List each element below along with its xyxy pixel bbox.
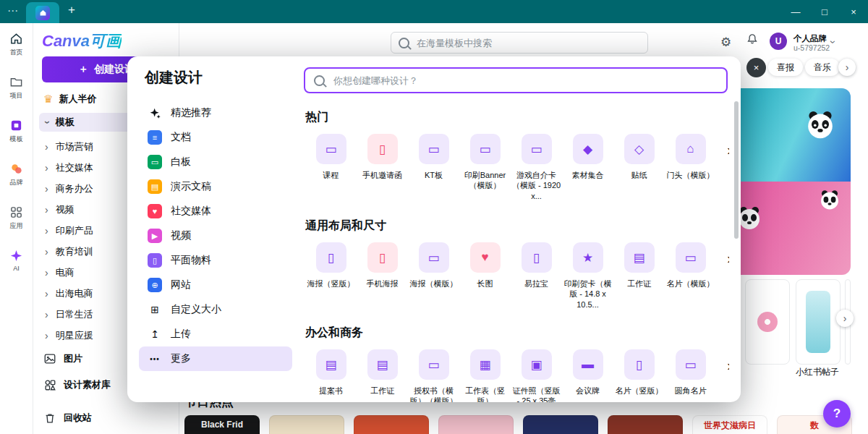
design-type-item[interactable]: ▭课程 [305,134,357,201]
menu-label: 文档 [171,131,191,144]
canva-logo[interactable]: Canva可画 [42,30,122,52]
chevron-right-icon: › [45,247,48,257]
design-type-icon: ▭ [316,134,346,164]
overflow-menu-icon[interactable]: ⋯ [7,4,19,17]
tag-button-music[interactable]: 音乐 [805,59,840,76]
modal-menu-upload[interactable]: ↥ 上传 [139,322,292,346]
modal-menu-social-media[interactable]: ♥ 社交媒体 [139,199,292,224]
menu-label: 视频 [171,229,191,242]
design-type-item[interactable]: ▭KT板 [408,134,459,201]
modal-menu-video[interactable]: ▶ 视频 [139,224,292,248]
ai-sparkle-icon [9,249,23,263]
promo-half-price[interactable]: ♛ 新人半价 [43,93,96,106]
design-type-item[interactable]: ▭印刷Banner（横版） [459,134,511,201]
design-type-item[interactable]: ▯手机海报 [357,242,408,310]
design-type-icon: ★ [573,242,603,273]
modal-menu-print-materials[interactable]: ▯ 平面物料 [139,248,292,273]
design-type-item[interactable]: ♥长图 [459,242,511,310]
design-type-item[interactable]: ★印刷贺卡（横版 - 14.8 x 10.5... [562,242,613,310]
notifications-bell-icon[interactable] [746,33,759,49]
chevron-right-icon: › [45,184,48,194]
design-type-item[interactable]: ▭名片（横版） [665,242,716,310]
new-tab-button[interactable]: + [68,3,75,17]
user-avatar[interactable]: U [770,33,787,50]
help-button[interactable]: ? [823,400,851,427]
modal-menu-custom-size[interactable]: ⊞ 自定义大小 [139,297,292,322]
chevron-right-icon: › [45,226,48,236]
sidebar-item-trash[interactable]: 回收站 [33,407,179,430]
design-type-search-input[interactable] [332,75,718,87]
design-type-item[interactable]: ▣证件照（竖版 - 25 x 35毫米） [511,349,562,402]
brand-icon [9,162,23,176]
template-search-input[interactable] [415,37,640,49]
design-type-item[interactable]: ◇贴纸 [613,134,665,201]
design-type-item[interactable]: ▤工作证 [357,349,408,402]
rail-label: 模板 [10,135,23,144]
maximize-button[interactable]: □ [810,0,839,23]
modal-menu-presentation[interactable]: ▤ 演示文稿 [139,174,292,199]
close-window-button[interactable]: × [839,0,868,23]
design-type-icon: ▦ [470,349,501,380]
modal-menu-more[interactable]: ••• 更多 [139,346,292,371]
design-type-item[interactable]: ▭海报（横版） [408,242,459,310]
template-thumbnail[interactable]: 世界艾滋病日 [692,415,767,434]
scroll-right-button[interactable]: › [836,310,854,327]
design-type-label: 印刷Banner（横版） [461,170,510,191]
settings-gear-icon[interactable]: ⚙ [720,35,731,50]
modal-menu-whiteboard[interactable]: ▭ 白板 [139,150,292,174]
design-type-item[interactable]: ▭授权书（横版）（横版） [408,349,459,402]
modal-scrollbar-thumb[interactable] [734,101,739,239]
rail-item-projects[interactable]: 项目 [0,75,33,119]
scroll-right-button[interactable]: › [838,59,856,76]
home-tab[interactable] [26,2,59,23]
account-chevron-icon[interactable]: › [828,41,838,44]
rail-item-home[interactable]: 首页 [0,32,33,75]
promo-banner[interactable] [725,88,851,275]
design-type-icon: ▤ [624,242,655,273]
modal-close-button[interactable]: × [746,58,766,77]
chevron-right-icon: › [45,289,48,299]
trash-icon [43,412,56,425]
design-type-item[interactable]: ▯名片（竖版） [613,349,665,402]
modal-menu-website[interactable]: ⊕ 网站 [139,273,292,297]
minimize-button[interactable]: — [781,0,810,23]
template-thumbnail[interactable] [523,415,598,434]
design-type-item[interactable]: ◆素材集合 [562,134,613,201]
design-type-item[interactable]: ▭游戏自介卡（横版 - 1920 x... [511,134,562,201]
modal-menu-featured[interactable]: 精选推荐 [139,101,292,125]
design-type-item[interactable]: ▤提案书 [305,349,357,402]
modal-menu-docs[interactable]: ≡ 文档 [139,125,292,150]
scroll-right-icon[interactable]: › [727,357,729,374]
account-name[interactable]: 个人品牌 [793,33,827,44]
menu-label: 平面物料 [171,254,211,267]
design-type-item[interactable]: ⌂门头（横版） [665,134,716,201]
template-card-flower[interactable] [745,279,790,365]
design-type-item[interactable]: ▦工作表（竖版） [459,349,511,402]
crown-icon: ♛ [43,93,53,106]
design-type-label: 海报（竖版） [307,278,356,289]
template-thumbnail[interactable] [438,415,514,434]
template-card-phone[interactable] [796,279,841,365]
design-type-item[interactable]: ▬会议牌 [562,349,613,402]
template-thumbnail[interactable] [354,415,429,434]
design-type-item[interactable]: ▭圆角名片 [665,349,716,402]
design-type-item[interactable]: ▯海报（竖版） [305,242,357,310]
design-type-icon: ▤ [316,349,346,380]
design-type-item[interactable]: ▤工作证 [613,242,665,310]
scroll-right-icon[interactable]: › [727,250,729,267]
design-type-item[interactable]: ▯易拉宝 [511,242,562,310]
chevron-right-icon: › [45,310,48,320]
design-type-icon: ◆ [573,134,603,164]
rail-item-apps[interactable]: 应用 [0,205,33,249]
category-label: 明星应援 [56,329,93,342]
rail-item-brand[interactable]: 品牌 [0,162,33,205]
scroll-right-icon[interactable]: › [727,142,729,158]
rail-item-ai[interactable]: AI [0,249,33,292]
template-thumbnail[interactable] [269,415,344,434]
rail-item-templates[interactable]: 模板 [0,119,33,162]
template-thumbnail[interactable]: Black Frid [184,415,260,434]
design-type-label: 易拉宝 [512,278,561,289]
tag-button-good-news[interactable]: 喜报 [768,59,803,76]
design-type-item[interactable]: ▯手机邀请函 [357,134,408,201]
template-thumbnail[interactable] [608,415,683,434]
